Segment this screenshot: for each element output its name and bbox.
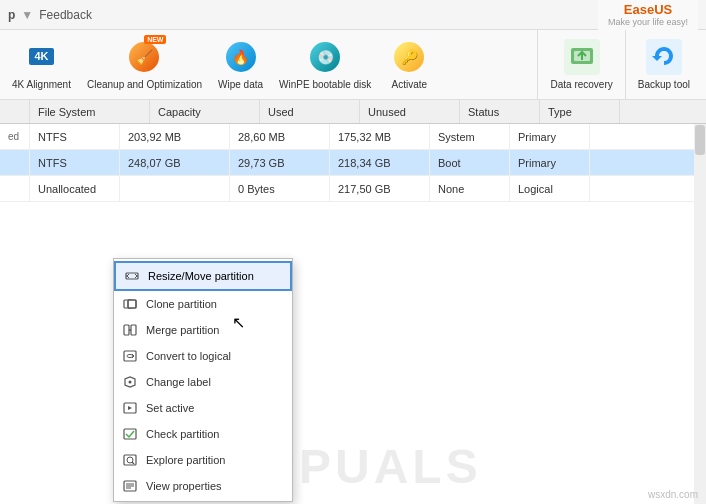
toolbar-right: Data recovery Backup tool bbox=[537, 30, 702, 99]
toolbar-wipe[interactable]: 🔥 Wipe data bbox=[210, 30, 271, 99]
td-unused-1: 175,32 MB bbox=[330, 124, 430, 149]
new-badge: NEW bbox=[144, 35, 166, 44]
resize-icon bbox=[124, 268, 140, 284]
toolbar-cleanup[interactable]: 🧹 NEW Cleanup and Optimization bbox=[79, 30, 210, 99]
td-fs-2: NTFS bbox=[30, 150, 120, 175]
table-header: File System Capacity Used Unused Status … bbox=[0, 100, 706, 124]
td-fs-3: Unallocated bbox=[30, 176, 120, 201]
svg-point-10 bbox=[129, 381, 132, 384]
toolbar-winpe-label: WinPE bootable disk bbox=[279, 79, 371, 91]
easeus-logo: EaseUS Make your life easy! bbox=[598, 0, 698, 31]
active-icon bbox=[122, 400, 138, 416]
ctx-explore-label: Explore partition bbox=[146, 454, 226, 466]
feedback-link[interactable]: Feedback bbox=[39, 8, 92, 22]
ctx-set-active-label: Set active bbox=[146, 402, 194, 414]
toolbar-4k-label: 4K Alignment bbox=[12, 79, 71, 91]
svg-rect-8 bbox=[131, 325, 136, 335]
td-status-1: System bbox=[430, 124, 510, 149]
toolbar-activate-label: Activate bbox=[392, 79, 428, 91]
clone-icon bbox=[122, 296, 138, 312]
toolbar-data-recovery[interactable]: Data recovery bbox=[537, 30, 624, 99]
td-status-3: None bbox=[430, 176, 510, 201]
td-unused-3: 217,50 GB bbox=[330, 176, 430, 201]
td-cap-1: 203,92 MB bbox=[120, 124, 230, 149]
check-icon bbox=[122, 426, 138, 442]
ctx-properties[interactable]: View properties bbox=[114, 473, 292, 499]
ctx-clone-label: Clone partition bbox=[146, 298, 217, 310]
convert-icon bbox=[122, 348, 138, 364]
ctx-check[interactable]: Check partition bbox=[114, 421, 292, 447]
cleanup-icon: 🧹 NEW bbox=[126, 39, 162, 75]
ctx-resize-move[interactable]: Resize/Move partition bbox=[114, 261, 292, 291]
ctx-resize-label: Resize/Move partition bbox=[148, 270, 254, 282]
td-status-2: Boot bbox=[430, 150, 510, 175]
scroll-thumb[interactable] bbox=[695, 125, 705, 155]
toolbar: 4K 4K Alignment 🧹 NEW Cleanup and Optimi… bbox=[0, 30, 706, 100]
ctx-convert-logical[interactable]: Convert to logical bbox=[114, 343, 292, 369]
td-fs-1: NTFS bbox=[30, 124, 120, 149]
td-used-2: 29,73 GB bbox=[230, 150, 330, 175]
ctx-check-label: Check partition bbox=[146, 428, 219, 440]
th-empty bbox=[0, 100, 30, 123]
th-filesystem: File System bbox=[30, 100, 150, 123]
toolbar-cleanup-label: Cleanup and Optimization bbox=[87, 79, 202, 91]
winpe-icon: 💿 bbox=[307, 39, 343, 75]
label-icon bbox=[122, 374, 138, 390]
title-bar: p ▼ Feedback EaseUS Make your life easy! bbox=[0, 0, 706, 30]
svg-rect-12 bbox=[124, 429, 136, 439]
easeus-tagline: Make your life easy! bbox=[608, 17, 688, 27]
th-unused: Unused bbox=[360, 100, 460, 123]
ctx-change-label-text: Change label bbox=[146, 376, 211, 388]
context-menu: Resize/Move partition Clone partition bbox=[113, 258, 293, 502]
td-cap-3 bbox=[120, 176, 230, 201]
td-used-1: 28,60 MB bbox=[230, 124, 330, 149]
th-used: Used bbox=[260, 100, 360, 123]
ctx-convert-label: Convert to logical bbox=[146, 350, 231, 362]
toolbar-4k-alignment[interactable]: 4K 4K Alignment bbox=[4, 30, 79, 99]
ctx-merge-label: Merge partition bbox=[146, 324, 219, 336]
table-row[interactable]: ed NTFS 203,92 MB 28,60 MB 175,32 MB Sys… bbox=[0, 124, 706, 150]
svg-rect-7 bbox=[124, 325, 129, 335]
toolbar-data-recovery-label: Data recovery bbox=[550, 79, 612, 91]
th-status: Status bbox=[460, 100, 540, 123]
td-label-1: ed bbox=[0, 124, 30, 149]
activate-icon: 🔑 bbox=[391, 39, 427, 75]
svg-rect-5 bbox=[128, 300, 136, 308]
backup-icon bbox=[646, 39, 682, 75]
scroll-bar[interactable] bbox=[694, 124, 706, 504]
td-label-2 bbox=[0, 150, 30, 175]
th-type: Type bbox=[540, 100, 620, 123]
toolbar-wipe-label: Wipe data bbox=[218, 79, 263, 91]
td-unused-2: 218,34 GB bbox=[330, 150, 430, 175]
td-label-3 bbox=[0, 176, 30, 201]
easeus-brand: EaseUS bbox=[608, 2, 688, 17]
td-type-1: Primary bbox=[510, 124, 590, 149]
4k-icon: 4K bbox=[23, 39, 59, 75]
ctx-clone[interactable]: Clone partition bbox=[114, 291, 292, 317]
th-capacity: Capacity bbox=[150, 100, 260, 123]
ctx-properties-label: View properties bbox=[146, 480, 222, 492]
ctx-merge[interactable]: Merge partition bbox=[114, 317, 292, 343]
toolbar-winpe[interactable]: 💿 WinPE bootable disk bbox=[271, 30, 379, 99]
explore-icon bbox=[122, 452, 138, 468]
properties-icon bbox=[122, 478, 138, 494]
td-used-3: 0 Bytes bbox=[230, 176, 330, 201]
toolbar-backup[interactable]: Backup tool bbox=[625, 30, 702, 99]
td-type-2: Primary bbox=[510, 150, 590, 175]
title-separator: ▼ bbox=[21, 8, 33, 22]
wipe-icon: 🔥 bbox=[223, 39, 259, 75]
wsxdn-watermark: wsxdn.com bbox=[648, 489, 698, 500]
app-abbr: p bbox=[8, 8, 15, 22]
toolbar-activate[interactable]: 🔑 Activate bbox=[379, 30, 439, 99]
data-recovery-icon bbox=[564, 39, 600, 75]
table-row[interactable]: Unallocated 0 Bytes 217,50 GB None Logic… bbox=[0, 176, 706, 202]
svg-line-15 bbox=[132, 462, 134, 464]
ctx-set-active[interactable]: Set active bbox=[114, 395, 292, 421]
ctx-change-label[interactable]: Change label bbox=[114, 369, 292, 395]
toolbar-backup-label: Backup tool bbox=[638, 79, 690, 91]
td-cap-2: 248,07 GB bbox=[120, 150, 230, 175]
ctx-explore[interactable]: Explore partition bbox=[114, 447, 292, 473]
td-type-3: Logical bbox=[510, 176, 590, 201]
table-row[interactable]: NTFS 248,07 GB 29,73 GB 218,34 GB Boot P… bbox=[0, 150, 706, 176]
merge-icon bbox=[122, 322, 138, 338]
